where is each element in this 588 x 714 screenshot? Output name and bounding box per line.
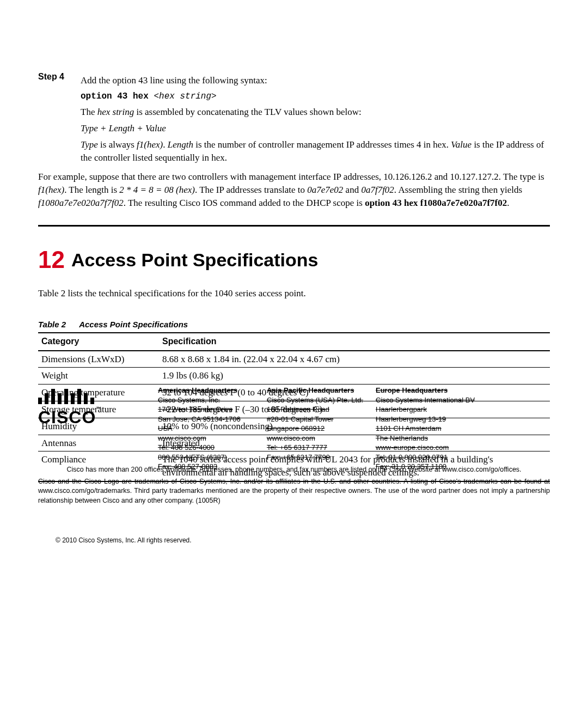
table-row: Storage temperature–22 to 185 degrees F … (38, 401, 550, 418)
cell-category: Antennas (38, 435, 159, 451)
col-specification: Specification (159, 333, 550, 350)
cell-category: Operating temperature (38, 385, 159, 401)
step-4: Step 4 Add the option 43 line using the … (38, 71, 550, 167)
section-divider (38, 225, 550, 227)
cell-specification: 8.68 x 8.68 x 1.84 in. (22.04 x 22.04 x … (159, 351, 550, 368)
cell-category: Storage temperature (38, 401, 159, 418)
example-paragraph: For example, suppose that there are two … (38, 170, 550, 209)
table-row: ComplianceThe 1040 series access point c… (38, 451, 550, 481)
specifications-table: Category Specification Dimensions (LxWxD… (38, 332, 550, 482)
cell-category: Weight (38, 368, 159, 385)
step-label: Step 4 (38, 71, 71, 167)
cell-category: Dimensions (LxWxD) (38, 351, 159, 368)
step-formula: Type + Length + Value (81, 122, 550, 135)
table-row: Weight1.9 lbs (0.86 kg) (38, 368, 550, 385)
section-heading: 12Access Point Specifications (38, 243, 550, 277)
table-row: Operating temperature32 to 104 degrees F… (38, 385, 550, 401)
cell-specification: Integrated (159, 435, 550, 451)
cell-category: Compliance (38, 451, 159, 481)
step-code: option 43 hex <hex string> (81, 90, 550, 102)
cell-specification: –22 to 185 degrees F (–30 to 85 degrees … (159, 401, 550, 418)
table-row: Dimensions (LxWxD)8.68 x 8.68 x 1.84 in.… (38, 351, 550, 368)
cell-specification: 32 to 104 degrees F (0 to 40 degrees C) (159, 385, 550, 401)
copyright: © 2010 Cisco Systems, Inc. All rights re… (56, 536, 192, 545)
section-intro: Table 2 lists the technical specificatio… (38, 287, 550, 300)
table-row: AntennasIntegrated (38, 435, 550, 451)
cell-specification: The 1040 series access point complies wi… (159, 451, 550, 481)
step-text-2: The hex string is assembled by concatena… (81, 106, 550, 119)
table-row: Humidity10% to 90% (noncondensing) (38, 418, 550, 435)
cell-specification: 10% to 90% (noncondensing) (159, 418, 550, 435)
step-text-3: Type is always f1(hex). Length is the nu… (81, 138, 550, 164)
table-caption: Table 2Access Point Specifications (38, 319, 550, 330)
cell-category: Humidity (38, 418, 159, 435)
col-category: Category (38, 333, 159, 350)
cell-specification: 1.9 lbs (0.86 kg) (159, 368, 550, 385)
step-text-1: Add the option 43 line using the followi… (81, 74, 550, 87)
